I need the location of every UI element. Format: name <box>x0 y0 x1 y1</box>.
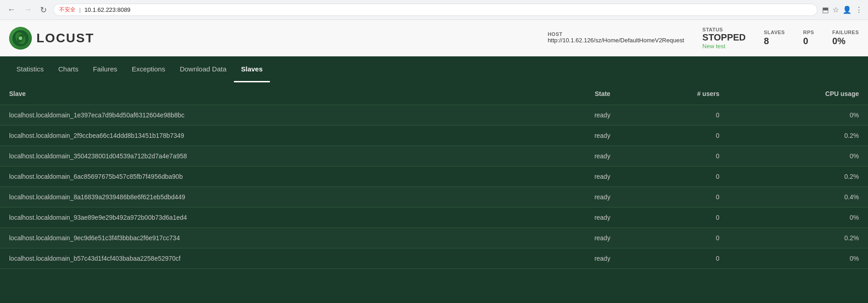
cast-icon[interactable]: ⬒ <box>822 5 829 14</box>
menu-icon[interactable]: ⋮ <box>855 5 863 14</box>
slave-cpu: 0.2% <box>728 228 868 248</box>
slave-users: 0 <box>619 248 729 269</box>
url-display: 10.1.62.223:8089 <box>84 6 130 13</box>
col-slave: Slave <box>0 83 528 105</box>
slave-cpu: 0% <box>728 207 868 228</box>
logo-icon <box>9 27 32 50</box>
slave-state: ready <box>528 105 619 126</box>
logo-text: LOCUST <box>36 31 94 45</box>
nav-bar: StatisticsChartsFailuresExceptionsDownlo… <box>0 56 868 83</box>
slave-cpu: 0% <box>728 105 868 126</box>
bookmark-icon[interactable]: ☆ <box>832 5 839 14</box>
nav-item-charts[interactable]: Charts <box>51 57 86 82</box>
nav-item-failures[interactable]: Failures <box>86 57 124 82</box>
header-stats: HOST http://10.1.62.126/sz/Home/DefaultH… <box>548 27 859 50</box>
slave-state: ready <box>528 228 619 248</box>
address-bar[interactable]: 不安全 | 10.1.62.223:8089 <box>53 4 817 16</box>
slave-users: 0 <box>619 126 729 146</box>
table-row: localhost.localdomain_2f9ccbea66c14ddd8b… <box>0 126 868 146</box>
slaves-value: 8 <box>764 35 785 47</box>
slave-name: localhost.localdomain_b57c43d1f4cf403bab… <box>0 248 528 269</box>
table-row: localhost.localdomain_1e397eca7d9b4d50af… <box>0 105 868 126</box>
slave-state: ready <box>528 146 619 167</box>
logo-area: LOCUST <box>9 27 94 50</box>
slave-state: ready <box>528 248 619 269</box>
slave-name: localhost.localdomain_93ae89e9e29b492a97… <box>0 207 528 228</box>
slave-state: ready <box>528 167 619 187</box>
table-row: localhost.localdomain_8a16839a2939486b8e… <box>0 187 868 207</box>
table-header: Slave State # users CPU usage <box>0 83 868 105</box>
slave-name: localhost.localdomain_1e397eca7d9b4d50af… <box>0 105 528 126</box>
slave-users: 0 <box>619 228 729 248</box>
forward-button[interactable]: → <box>22 3 34 16</box>
slave-cpu: 0.4% <box>728 187 868 207</box>
new-test-link[interactable]: New test <box>702 43 746 50</box>
failures-stat: FAILURES 0% <box>832 30 859 47</box>
nav-item-statistics[interactable]: Statistics <box>9 57 51 82</box>
table-row: localhost.localdomain_93ae89e9e29b492a97… <box>0 207 868 228</box>
table-body: localhost.localdomain_1e397eca7d9b4d50af… <box>0 105 868 269</box>
rps-stat: RPS 0 <box>803 30 814 47</box>
svg-point-3 <box>19 36 22 40</box>
table-row: localhost.localdomain_9ec9d6e51c3f4f3bbb… <box>0 228 868 248</box>
status-value: STOPPED <box>702 32 746 43</box>
slave-users: 0 <box>619 207 729 228</box>
slave-users: 0 <box>619 167 729 187</box>
slave-cpu: 0.2% <box>728 167 868 187</box>
slaves-label: SLAVES <box>764 30 785 35</box>
slave-state: ready <box>528 126 619 146</box>
profile-icon[interactable]: 👤 <box>843 5 852 14</box>
col-cpu: CPU usage <box>728 83 868 105</box>
slave-name: localhost.localdomain_3504238001d04539a7… <box>0 146 528 167</box>
table-row: localhost.localdomain_6ac85697675b457c85… <box>0 167 868 187</box>
slave-cpu: 0% <box>728 146 868 167</box>
browser-action-icons: ⬒ ☆ 👤 ⋮ <box>822 5 863 14</box>
table-row: localhost.localdomain_b57c43d1f4cf403bab… <box>0 248 868 269</box>
slave-cpu: 0% <box>728 248 868 269</box>
slaves-table: Slave State # users CPU usage localhost.… <box>0 83 868 269</box>
slave-state: ready <box>528 187 619 207</box>
slave-cpu: 0.2% <box>728 126 868 146</box>
col-state: State <box>528 83 619 105</box>
slave-name: localhost.localdomain_9ec9d6e51c3f4f3bbb… <box>0 228 528 248</box>
table-row: localhost.localdomain_3504238001d04539a7… <box>0 146 868 167</box>
host-stat: HOST http://10.1.62.126/sz/Home/DefaultH… <box>548 31 684 45</box>
reload-button[interactable]: ↻ <box>38 3 49 17</box>
col-users: # users <box>619 83 729 105</box>
browser-chrome: ← → ↻ 不安全 | 10.1.62.223:8089 ⬒ ☆ 👤 ⋮ <box>0 0 868 20</box>
failures-label: FAILURES <box>832 30 859 35</box>
nav-item-slaves[interactable]: Slaves <box>234 57 270 82</box>
host-label: HOST <box>548 31 684 37</box>
slaves-stat: SLAVES 8 <box>764 30 785 47</box>
rps-value: 0 <box>803 35 814 47</box>
nav-item-download-data[interactable]: Download Data <box>173 57 234 82</box>
status-label: STATUS <box>702 27 746 32</box>
app-header: LOCUST HOST http://10.1.62.126/sz/Home/D… <box>0 20 868 56</box>
slave-name: localhost.localdomain_2f9ccbea66c14ddd8b… <box>0 126 528 146</box>
slave-name: localhost.localdomain_6ac85697675b457c85… <box>0 167 528 187</box>
status-stat: STATUS STOPPED New test <box>702 27 746 50</box>
host-value: http://10.1.62.126/sz/Home/DefaultHomeV2… <box>548 37 684 45</box>
back-button[interactable]: ← <box>5 3 17 16</box>
slave-state: ready <box>528 207 619 228</box>
slave-name: localhost.localdomain_8a16839a2939486b8e… <box>0 187 528 207</box>
security-indicator: 不安全 <box>59 6 76 14</box>
nav-item-exceptions[interactable]: Exceptions <box>125 57 173 82</box>
failures-value: 0% <box>832 35 859 47</box>
rps-label: RPS <box>803 30 814 35</box>
slave-users: 0 <box>619 146 729 167</box>
slave-users: 0 <box>619 105 729 126</box>
content-area: Slave State # users CPU usage localhost.… <box>0 83 868 303</box>
slave-users: 0 <box>619 187 729 207</box>
